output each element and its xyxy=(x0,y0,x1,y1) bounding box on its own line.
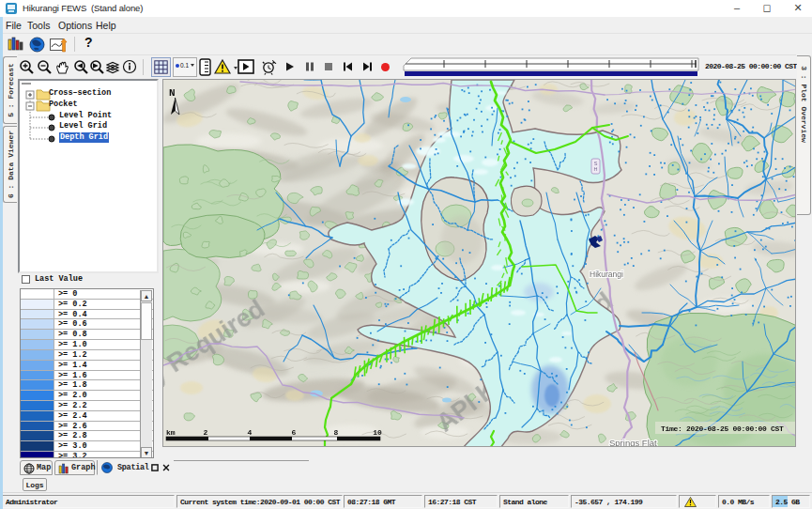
svg-text:2: 2 xyxy=(204,428,208,437)
svg-text:8: 8 xyxy=(334,428,339,437)
svg-text:km: km xyxy=(166,428,176,437)
svg-text:10: 10 xyxy=(373,428,382,437)
svg-text:Time: 2020-08-25 00:00:00 CST: Time: 2020-08-25 00:00:00 CST xyxy=(661,424,784,433)
svg-text:H: H xyxy=(594,166,598,172)
svg-text:6: 6 xyxy=(292,428,297,437)
svg-text:N: N xyxy=(169,87,176,99)
svg-text:Hikurangi: Hikurangi xyxy=(590,270,623,279)
svg-text:Springs Flat: Springs Flat xyxy=(609,438,657,447)
svg-text:4: 4 xyxy=(248,428,253,437)
